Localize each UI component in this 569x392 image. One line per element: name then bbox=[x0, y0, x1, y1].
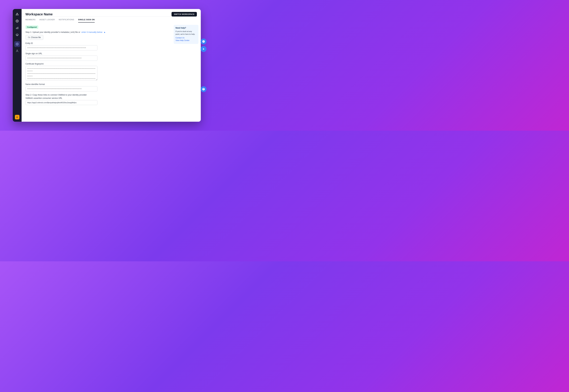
help-title: Need help? bbox=[176, 27, 196, 29]
configured-badge: Configured bbox=[26, 26, 38, 29]
upload-icon bbox=[28, 36, 30, 39]
sso-url-input[interactable] bbox=[26, 56, 97, 61]
header: Workspace Name SWITCH WORKSPACE bbox=[22, 9, 201, 17]
view-help-center-link[interactable]: View Help Center bbox=[176, 39, 196, 41]
svg-point-10 bbox=[17, 50, 18, 51]
tab-members[interactable]: MEMBERS bbox=[26, 19, 36, 23]
contact-us-link[interactable]: Contact Us bbox=[176, 37, 196, 39]
sso-url-group: Single sign on URL bbox=[26, 52, 167, 61]
user-icon[interactable] bbox=[14, 48, 20, 54]
step1-prefix: Step 1: Upload your identity provider's … bbox=[26, 31, 80, 33]
main-content: Workspace Name SWITCH WORKSPACE MEMBERS … bbox=[22, 9, 201, 122]
cert-fingerprint-input[interactable] bbox=[26, 66, 97, 81]
choose-file-button[interactable]: Choose file bbox=[26, 35, 43, 40]
arrow-up-icon: ▲ bbox=[104, 31, 106, 33]
svg-point-9 bbox=[17, 44, 17, 45]
body: Configured Step 1: Upload your identity … bbox=[22, 23, 201, 122]
enter-manually-link[interactable]: enter it manually below bbox=[81, 31, 102, 33]
svg-rect-5 bbox=[16, 28, 16, 29]
form-area: Configured Step 1: Upload your identity … bbox=[22, 23, 171, 122]
divider bbox=[15, 39, 20, 40]
notification-float-button[interactable] bbox=[201, 39, 207, 44]
help-text: If you're stuck at any point, we're here… bbox=[176, 30, 196, 35]
tab-asset-locker[interactable]: ASSET LOCKER bbox=[39, 19, 55, 23]
assertion-url-input[interactable] bbox=[26, 100, 97, 105]
sso-url-label: Single sign on URL bbox=[26, 52, 167, 55]
help-box: Need help? If you're stuck at any point,… bbox=[174, 25, 198, 44]
chart-icon[interactable] bbox=[14, 25, 20, 31]
name-id-format-label: Name identifier format bbox=[26, 83, 167, 85]
assertion-label: VidMob's assertion consumer service URL bbox=[26, 97, 167, 99]
avatar[interactable]: A bbox=[15, 115, 19, 119]
tabs-nav: MEMBERS ASSET LOCKER NOTIFICATIONS SINGL… bbox=[22, 19, 201, 23]
name-id-format-input[interactable] bbox=[26, 86, 97, 91]
svg-rect-7 bbox=[18, 27, 18, 29]
name-id-format-group: Name identifier format bbox=[26, 83, 167, 91]
add-icon[interactable] bbox=[14, 18, 20, 24]
cert-fingerprint-label: Certificate fingerprint bbox=[26, 63, 167, 65]
tab-sso[interactable]: SINGLE SIGN ON bbox=[78, 19, 95, 23]
entity-id-group: Entity ID bbox=[26, 42, 167, 50]
choose-file-label: Choose file bbox=[31, 36, 41, 39]
entity-id-label: Entity ID bbox=[26, 42, 167, 44]
entity-id-input[interactable] bbox=[26, 45, 97, 50]
right-float-buttons bbox=[201, 39, 207, 92]
help-float-button[interactable] bbox=[201, 86, 207, 92]
logo-icon[interactable] bbox=[14, 11, 20, 17]
layers-icon[interactable] bbox=[14, 32, 20, 38]
workspace-title: Workspace Name bbox=[26, 13, 53, 16]
step1-label: Step 1: Upload your identity provider's … bbox=[26, 31, 167, 33]
flash-float-button[interactable] bbox=[201, 46, 207, 52]
switch-workspace-button[interactable]: SWITCH WORKSPACE bbox=[172, 12, 197, 16]
cert-fingerprint-group: Certificate fingerprint bbox=[26, 63, 167, 81]
tab-notifications[interactable]: NOTIFICATIONS bbox=[59, 19, 74, 23]
sidebar: A bbox=[13, 9, 22, 122]
help-panel: Need help? If you're stuck at any point,… bbox=[171, 23, 201, 122]
svg-rect-6 bbox=[17, 27, 17, 29]
step2-label: Step 2: Copy these links to connect VidM… bbox=[26, 94, 167, 96]
settings-icon[interactable] bbox=[14, 41, 20, 47]
